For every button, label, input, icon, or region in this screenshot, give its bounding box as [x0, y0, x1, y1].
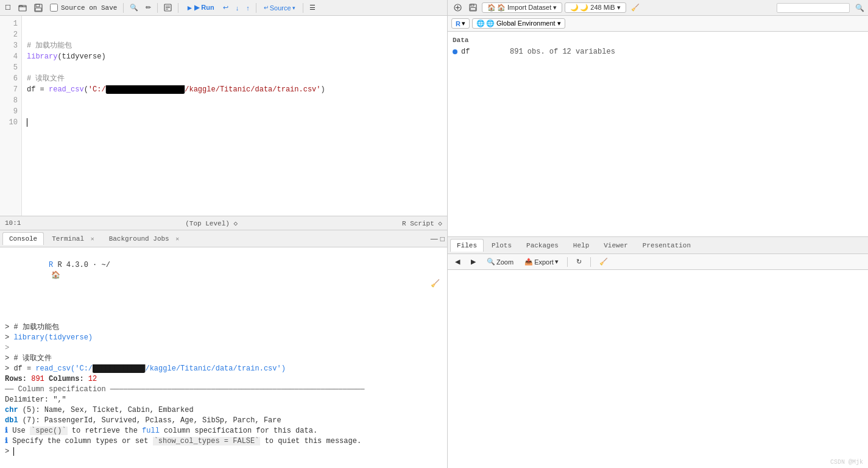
separator-3	[178, 3, 178, 13]
separator-5	[303, 3, 303, 13]
separator-1	[123, 3, 124, 13]
open-button[interactable]	[16, 3, 29, 13]
watermark: CSDN @Mjk	[830, 459, 863, 466]
console-cursor-line: >	[5, 447, 442, 457]
svg-rect-12	[471, 4, 474, 6]
env-content: Data df 891 obs. of 12 variables	[448, 32, 868, 236]
r-home-link-icon[interactable]: 🏠	[51, 271, 60, 280]
source-on-save-checkbox[interactable]	[50, 4, 58, 12]
tab-terminal[interactable]: Terminal ✕	[45, 232, 101, 245]
tab-help[interactable]: Help	[566, 239, 596, 252]
source-button[interactable]: ↵ Source ▾	[260, 4, 299, 12]
code-line-8	[27, 95, 442, 106]
maximize-button[interactable]: □	[440, 235, 445, 243]
console-r-info: R R 4.3.0 · ~/ 🏠	[5, 250, 442, 291]
code-editor[interactable]: 1 2 3 4 5 6 7 8 9 10 # 加载功能包 library(tid…	[0, 16, 447, 216]
zoom-button[interactable]: 🔍 Zoom	[483, 257, 517, 266]
right-bottom-panel: Files Plots Packages Help Viewer Present…	[448, 236, 868, 468]
menu-button[interactable]: ☰	[307, 3, 318, 12]
console-line-5: > df = read_csv('C:/████████████/kaggle/…	[5, 364, 442, 374]
step-over-button[interactable]: ↓	[233, 4, 242, 12]
tab-background-jobs[interactable]: Background Jobs ✕	[102, 232, 186, 245]
run-button[interactable]: ► ▶ Run	[182, 3, 217, 13]
df-variable-desc: 891 obs. of 12 variables	[510, 48, 615, 56]
code-line-4: library(tidyverse)	[27, 51, 442, 62]
status-bar: 10:1 (Top Level) ◇ R Script ◇	[0, 216, 447, 230]
console-info-2: ℹ Specify the column types or set `show_…	[5, 436, 442, 447]
resume-button[interactable]: ↩	[221, 3, 231, 12]
df-dot-icon	[453, 49, 457, 54]
memory-button[interactable]: 🌙 🌙 248 MiB ▾	[565, 2, 626, 13]
scope-level[interactable]: (Top Level) ◇	[185, 219, 238, 227]
console-chr: chr (5): Name, Sex, Ticket, Cabin, Embar…	[5, 405, 442, 416]
minimize-button[interactable]: —	[431, 235, 438, 243]
files-toolbar: ◀ ▶ 🔍 Zoom 📤 Export ▾ ↻ 🧹	[448, 254, 868, 270]
back-button[interactable]: ◀	[451, 257, 464, 266]
code-line-7: df = read_csv('C:/██████████████████/kag…	[27, 84, 442, 95]
console-delimiter: Delimiter: ","	[5, 395, 442, 405]
cursor-position: 10:1	[5, 219, 21, 227]
console-divider: ── Column specification ────────────────…	[5, 385, 442, 395]
tab-packages[interactable]: Packages	[520, 239, 565, 252]
save-button[interactable]	[32, 3, 45, 13]
tab-console[interactable]: Console	[2, 232, 44, 245]
step-into-button[interactable]: ↑	[244, 4, 252, 12]
import-dataset-button[interactable]: 🏠 🏠 Import Dataset ▾	[482, 2, 562, 13]
code-line-9	[27, 106, 442, 117]
background-jobs-close-icon[interactable]: ✕	[175, 236, 179, 243]
env-search-icon: 🔍	[855, 4, 864, 13]
console-cursor	[13, 447, 14, 456]
search-button[interactable]: 🔍	[127, 3, 141, 12]
refresh-icon: ↻	[576, 258, 582, 266]
code-content[interactable]: # 加载功能包 library(tidyverse) # 读取文件 df = r…	[22, 16, 447, 216]
editor-toolbar: ☐ Source on Save 🔍 ✏ ► ▶ Run ↩	[0, 0, 447, 16]
new-script-button[interactable]: ☐	[2, 3, 13, 12]
right-panel: 🏠 🏠 Import Dataset ▾ 🌙 🌙 248 MiB ▾ 🧹 🔍 R…	[448, 0, 868, 468]
separator-4	[256, 3, 256, 13]
tab-plots[interactable]: Plots	[485, 239, 518, 252]
tab-files[interactable]: Files	[450, 239, 484, 252]
file-type[interactable]: R Script ◇	[402, 219, 442, 227]
console-controls: — □	[431, 235, 445, 243]
df-variable-name[interactable]: df	[461, 48, 510, 56]
code-line-10	[27, 117, 442, 128]
forward-button[interactable]: ▶	[467, 257, 479, 266]
code-line-1	[27, 18, 442, 29]
save-env-button[interactable]	[467, 3, 479, 12]
global-env-button[interactable]: 🌐 🌐 Global Environment ▾	[472, 18, 565, 29]
console-line-1: > # 加载功能包	[5, 322, 442, 333]
left-panel: ☐ Source on Save 🔍 ✏ ► ▶ Run ↩	[0, 0, 448, 468]
new-env-button[interactable]	[451, 3, 464, 12]
broom-env-button[interactable]: 🧹	[629, 3, 642, 12]
terminal-close-icon[interactable]: ✕	[91, 236, 94, 243]
env-selector-bar: R ▾ 🌐 🌐 Global Environment ▾	[448, 16, 868, 32]
source-on-save-label[interactable]: Source on Save	[48, 3, 119, 12]
console-content[interactable]: R R 4.3.0 · ~/ 🏠 🧹 > # 加载功能包 > library(t…	[0, 247, 447, 468]
text-cursor	[27, 118, 27, 127]
magic-wand-button[interactable]: ✏	[143, 3, 153, 12]
right-top-toolbar: 🏠 🏠 Import Dataset ▾ 🌙 🌙 248 MiB ▾ 🧹 🔍	[448, 0, 868, 16]
export-icon: 📤	[524, 258, 533, 266]
env-search-area: 🔍	[777, 3, 864, 13]
console-dbl: dbl (7): PassengerId, Survived, Pclass, …	[5, 416, 442, 426]
env-df-row: df 891 obs. of 12 variables	[453, 46, 863, 57]
broom-icon[interactable]: 🧹	[431, 279, 440, 289]
console-tabs: Console Terminal ✕ Background Jobs ✕ — □	[0, 230, 447, 247]
broom-files-button[interactable]: 🧹	[596, 257, 612, 266]
compile-button[interactable]	[161, 3, 174, 12]
refresh-button[interactable]: ↻	[573, 257, 585, 266]
console-line-2: > library(tidyverse)	[5, 333, 442, 343]
zoom-icon: 🔍	[487, 258, 495, 266]
r-selector-button[interactable]: R ▾	[451, 18, 470, 29]
files-separator-2	[590, 257, 591, 267]
console-line-3: >	[5, 343, 442, 353]
tab-viewer[interactable]: Viewer	[597, 239, 635, 252]
files-tabs: Files Plots Packages Help Viewer Present…	[448, 237, 868, 254]
svg-rect-3	[35, 8, 41, 11]
export-button[interactable]: 📤 Export ▾	[521, 257, 562, 266]
env-search-input[interactable]	[777, 3, 850, 13]
console-info-1: ℹ Use `spec()` to retrieve the full colu…	[5, 426, 442, 436]
separator-2	[157, 3, 158, 13]
line-numbers: 1 2 3 4 5 6 7 8 9 10	[0, 16, 22, 216]
tab-presentation[interactable]: Presentation	[636, 239, 697, 252]
